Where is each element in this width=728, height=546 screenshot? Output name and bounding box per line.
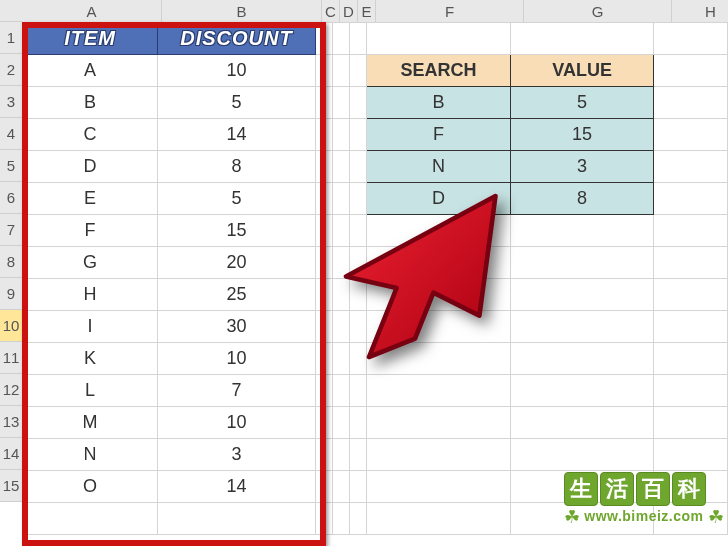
cell-item[interactable]: C <box>23 119 158 151</box>
cell[interactable] <box>654 215 728 247</box>
cell[interactable] <box>315 375 332 407</box>
header-search[interactable]: SEARCH <box>366 55 510 87</box>
row-header-2[interactable]: 2 <box>0 54 22 86</box>
cell[interactable] <box>366 407 510 439</box>
cell-item[interactable]: H <box>23 279 158 311</box>
cell[interactable] <box>366 375 510 407</box>
cell[interactable] <box>315 55 332 87</box>
cell[interactable] <box>332 215 349 247</box>
cell[interactable] <box>366 279 510 311</box>
cell[interactable] <box>510 375 653 407</box>
cell[interactable] <box>349 343 366 375</box>
cell-item[interactable]: I <box>23 311 158 343</box>
cell[interactable] <box>315 503 332 535</box>
row-header-15[interactable]: 15 <box>0 470 22 502</box>
cell[interactable] <box>654 119 728 151</box>
cell[interactable] <box>654 55 728 87</box>
row-header-9[interactable]: 9 <box>0 278 22 310</box>
cell[interactable] <box>654 23 728 55</box>
cell[interactable] <box>349 279 366 311</box>
cell[interactable] <box>510 215 653 247</box>
cell[interactable] <box>332 503 349 535</box>
cell[interactable] <box>315 279 332 311</box>
cell[interactable] <box>315 119 332 151</box>
cell[interactable] <box>366 439 510 471</box>
col-header-E[interactable]: E <box>358 0 376 22</box>
col-header-H[interactable]: H <box>672 0 728 22</box>
cell-value[interactable]: 3 <box>510 151 653 183</box>
cell-item[interactable]: G <box>23 247 158 279</box>
cell[interactable] <box>349 151 366 183</box>
cell-discount[interactable]: 10 <box>158 343 315 375</box>
row-header-3[interactable]: 3 <box>0 86 22 118</box>
cell[interactable] <box>349 471 366 503</box>
cell[interactable] <box>366 311 510 343</box>
cell[interactable] <box>332 279 349 311</box>
col-header-D[interactable]: D <box>340 0 358 22</box>
cell[interactable] <box>510 23 653 55</box>
cell[interactable] <box>332 23 349 55</box>
cell-item[interactable]: N <box>23 439 158 471</box>
cell[interactable] <box>349 407 366 439</box>
cell[interactable] <box>332 407 349 439</box>
cell[interactable] <box>332 343 349 375</box>
cell[interactable] <box>654 311 728 343</box>
cell-discount[interactable]: 7 <box>158 375 315 407</box>
cell[interactable] <box>654 247 728 279</box>
cell-discount[interactable]: 14 <box>158 471 315 503</box>
row-header-13[interactable]: 13 <box>0 406 22 438</box>
cell[interactable] <box>510 343 653 375</box>
cell-item[interactable]: F <box>23 215 158 247</box>
cell-item[interactable]: B <box>23 87 158 119</box>
cell[interactable] <box>315 247 332 279</box>
cell-search[interactable]: D <box>366 183 510 215</box>
row-header-12[interactable]: 12 <box>0 374 22 406</box>
cell[interactable] <box>315 311 332 343</box>
cell[interactable] <box>349 183 366 215</box>
cell-item[interactable]: A <box>23 55 158 87</box>
cell[interactable] <box>510 439 653 471</box>
cell-item[interactable]: L <box>23 375 158 407</box>
row-header-6[interactable]: 6 <box>0 182 22 214</box>
cell[interactable] <box>349 23 366 55</box>
header-discount[interactable]: DISCOUNT <box>158 23 315 55</box>
cell-discount[interactable]: 5 <box>158 183 315 215</box>
cell[interactable] <box>349 87 366 119</box>
cell[interactable] <box>349 55 366 87</box>
header-value[interactable]: VALUE <box>510 55 653 87</box>
cell[interactable] <box>315 471 332 503</box>
cell[interactable] <box>349 439 366 471</box>
row-header-8[interactable]: 8 <box>0 246 22 278</box>
cell[interactable] <box>332 439 349 471</box>
cell[interactable] <box>315 23 332 55</box>
cell[interactable] <box>315 151 332 183</box>
cell-discount[interactable] <box>158 503 315 535</box>
cell-discount[interactable]: 14 <box>158 119 315 151</box>
cell-value[interactable]: 15 <box>510 119 653 151</box>
cell-value[interactable]: 5 <box>510 87 653 119</box>
cell[interactable] <box>510 247 653 279</box>
cell-item[interactable]: M <box>23 407 158 439</box>
cell-discount[interactable]: 8 <box>158 151 315 183</box>
cell-discount[interactable]: 5 <box>158 87 315 119</box>
cell[interactable] <box>315 87 332 119</box>
cell-discount[interactable]: 20 <box>158 247 315 279</box>
col-header-C[interactable]: C <box>322 0 340 22</box>
cell-discount[interactable]: 25 <box>158 279 315 311</box>
cell[interactable] <box>366 503 510 535</box>
cell[interactable] <box>332 87 349 119</box>
cell[interactable] <box>510 279 653 311</box>
cell-discount[interactable]: 15 <box>158 215 315 247</box>
cell-search[interactable]: B <box>366 87 510 119</box>
cell[interactable] <box>349 503 366 535</box>
cell-discount[interactable]: 10 <box>158 407 315 439</box>
row-header-10[interactable]: 10 <box>0 310 22 342</box>
cell[interactable] <box>332 151 349 183</box>
cell[interactable] <box>510 407 653 439</box>
cell[interactable] <box>315 407 332 439</box>
cell-item[interactable]: O <box>23 471 158 503</box>
cell[interactable] <box>315 183 332 215</box>
cell-search[interactable]: N <box>366 151 510 183</box>
cell-discount[interactable]: 10 <box>158 55 315 87</box>
cell-item[interactable] <box>23 503 158 535</box>
